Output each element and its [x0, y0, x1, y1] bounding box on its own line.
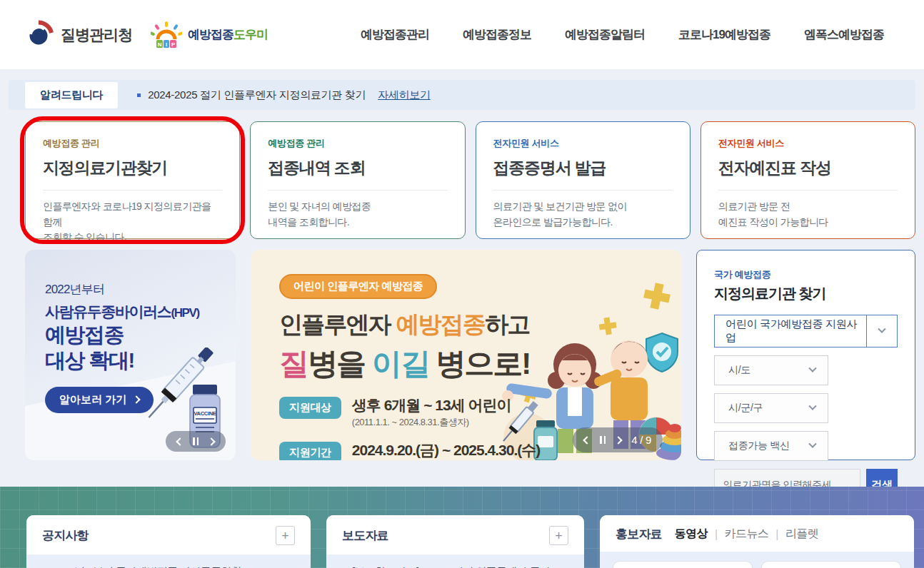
promo-item-alert-service[interactable]: 예방접종알림서비스를 [613, 561, 753, 568]
vaccine-select[interactable]: 접종가능 백신 [714, 431, 828, 461]
site-header: 질병관리청 N I P 예방접종도우미 [0, 0, 924, 69]
period-label-pill: 지원기간 [279, 442, 341, 460]
search-panel-category: 국가 예방접종 [714, 268, 898, 281]
press-board-title: 보도자료 [342, 527, 388, 544]
nip-name: 예방접종도우미 [188, 26, 268, 43]
notice-text: 2024-2025 절기 인플루엔자 지정의료기관 찾기 [148, 88, 366, 102]
flu-banner[interactable]: 어린이 인플루엔자 예방접종 인플루엔자 예방접종하고 질병을 이길 병으로! … [251, 250, 681, 460]
card-category: 전자민원 서비스 [493, 137, 673, 150]
promo-board-title: 홍보자료 [616, 526, 662, 542]
card-e-screening-form[interactable]: 전자민원 서비스 전자예진표 작성 의료기관 방문 전 예진표 작성이 가능합니… [700, 121, 915, 239]
nav-mpox-vaccination[interactable]: 엠폭스예방접종 [804, 26, 884, 43]
sido-select[interactable]: 시/도 [714, 355, 828, 385]
kdca-logo[interactable]: 질병관리청 [24, 20, 132, 49]
nav-vaccination-alerts[interactable]: 예방접종알림터 [565, 26, 645, 43]
card-title: 접종증명서 발급 [493, 157, 673, 179]
divider [493, 190, 673, 191]
nip-sun-icon: N I P [151, 20, 182, 50]
sigungu-select[interactable]: 시/군/구 [714, 393, 828, 423]
hpv-line2: 사람유두종바이러스(HPV) [45, 302, 236, 322]
nav-covid19-vaccination[interactable]: 코로나19예방접종 [678, 26, 770, 43]
notice-label: 알려드립니다 [25, 82, 118, 108]
hpv-banner[interactable]: 2022년부터 사람유두종바이러스(HPV) 예방접종 대상 확대! 알아보러 … [25, 250, 236, 460]
notice-board-more-button[interactable]: + [276, 526, 295, 545]
card-title: 지정의료기관찾기 [43, 157, 222, 179]
tab-video[interactable]: 동영상 [675, 527, 708, 542]
target-value: 생후 6개월 ~ 13세 어린이 [352, 397, 511, 414]
kdca-name: 질병관리청 [61, 25, 132, 45]
chevron-down-icon [867, 328, 897, 334]
target-sub: (2011.1.1. ~ 2024.8.31.출생자) [352, 416, 511, 429]
press-board-more-button[interactable]: + [549, 526, 568, 545]
vaccination-portal-page: 질병관리청 N I P 예방접종도우미 [0, 0, 924, 568]
chevron-down-icon [798, 405, 828, 411]
carousel-prev-icon[interactable] [176, 437, 184, 445]
card-category: 예방접종 관리 [268, 137, 447, 150]
promo-board-card: 홍보자료 동영상 | 카드뉴스 | 리플렛 예방접종알림서비스를 [시각장애인용… [600, 515, 914, 568]
flu-headline-2: 질병을 이길 병으로! [279, 344, 681, 384]
program-select[interactable]: 어린이 국가예방접종 지원사업 [714, 315, 898, 348]
bullet-icon [137, 93, 141, 97]
card-category: 전자민원 서비스 [718, 137, 898, 150]
promo-tabs: 동영상 | 카드뉴스 | 리플렛 [675, 527, 818, 542]
tab-leaflet[interactable]: 리플렛 [785, 527, 818, 542]
notice-board-title: 공지사항 [42, 527, 89, 544]
card-find-medical-institution[interactable]: 예방접종 관리 지정의료기관찾기 인플루엔자와 코로나19 지정의료기관을 함께… [25, 121, 240, 239]
nav-vaccination-info[interactable]: 예방접종정보 [463, 26, 531, 43]
quick-card-row: 예방접종 관리 지정의료기관찾기 인플루엔자와 코로나19 지정의료기관을 함께… [25, 121, 915, 239]
institution-search-panel: 국가 예방접종 지정의료기관 찾기 어린이 국가예방접종 지원사업 시/도 시/… [696, 250, 915, 460]
kdca-logo-icon [24, 20, 54, 49]
divider [268, 190, 447, 191]
carousel-next-icon[interactable] [207, 437, 215, 445]
card-title: 접종내역 조회 [268, 157, 447, 179]
card-certificate-issue[interactable]: 전자민원 서비스 접종증명서 발급 의료기관 및 보건기관 방문 없이 온라인으… [476, 121, 691, 239]
card-description: 인플루엔자와 코로나19 지정의료기관을 함께 조회할 수 있습니다. [43, 199, 222, 245]
target-label-pill: 지원대상 [279, 397, 341, 419]
nav-vaccination-management[interactable]: 예방접종관리 [361, 26, 429, 43]
notice-detail-link[interactable]: 자세히보기 [378, 88, 431, 102]
notice-bar: 알려드립니다 2024-2025 절기 인플루엔자 지정의료기관 찾기 자세히보… [9, 80, 915, 110]
press-board-card: 보도자료 + [보도참고자료] '24~'25절기 인플루엔자 국가... [326, 515, 584, 568]
chevron-down-icon [798, 367, 828, 373]
brand-area: 질병관리청 N I P 예방접종도우미 [24, 20, 268, 50]
promo-item-visually-impaired[interactable]: [시각장애인용] 어르신 [761, 561, 901, 568]
card-description: 본인 및 자녀의 예방접종 내역을 조회합니다. [268, 199, 447, 230]
card-description: 의료기관 방문 전 예진표 작성이 가능합니다 [718, 199, 898, 230]
carousel-pause-icon[interactable] [193, 437, 199, 445]
flu-period-row: 지원기간 2024.9.20.(금) ~ 2025.4.30.(수) [279, 442, 681, 460]
card-title: 전자예진표 작성 [718, 157, 898, 179]
flu-headline-1: 인플루엔자 예방접종하고 [279, 309, 681, 341]
divider: | [775, 528, 778, 541]
main-nav: 예방접종관리 예방접종정보 예방접종알림터 코로나19예방접종 엠폭스예방접종 [361, 26, 884, 43]
card-description: 의료기관 및 보건기관 방문 없이 온라인으로 발급가능합니다. [493, 199, 673, 230]
tab-cardnews[interactable]: 카드뉴스 [725, 527, 769, 542]
search-panel-title: 지정의료기관 찾기 [714, 284, 898, 303]
period-value: 2024.9.20.(금) ~ 2025.4.30.(수) [352, 442, 540, 459]
card-category: 예방접종 관리 [43, 137, 222, 150]
card-vaccination-history[interactable]: 예방접종 관리 접종내역 조회 본인 및 자녀의 예방접종 내역을 조회합니다. [250, 121, 465, 239]
banner-row: 2022년부터 사람유두종바이러스(HPV) 예방접종 대상 확대! 알아보러 … [25, 250, 915, 460]
hpv-carousel-controls [166, 431, 226, 452]
divider [43, 190, 222, 191]
chevron-down-icon [798, 443, 828, 449]
notice-board-item[interactable]: 2024년 2분기 국가예방접종 전산등록현황 [42, 565, 295, 568]
svg-text:I: I [166, 41, 167, 48]
notice-board-card: 공지사항 + 2024년 2분기 국가예방접종 전산등록현황 [26, 515, 311, 568]
flu-badge: 어린이 인플루엔자 예방접종 [279, 274, 437, 299]
press-board-item[interactable]: [보도참고자료] '24~'25절기 인플루엔자 국가... [342, 565, 568, 568]
flu-target-row: 지원대상 생후 6개월 ~ 13세 어린이 (2011.1.1. ~ 2024.… [279, 397, 681, 429]
nip-logo[interactable]: N I P 예방접종도우미 [151, 20, 268, 50]
divider [718, 190, 898, 191]
hpv-line1: 2022년부터 [45, 281, 236, 298]
svg-text:VACCINE: VACCINE [194, 410, 216, 417]
svg-text:N: N [158, 41, 162, 48]
hpv-line3: 예방접종 [45, 322, 236, 348]
board-section: 공지사항 + 2024년 2분기 국가예방접종 전산등록현황 보도자료 + [0, 487, 924, 568]
divider: | [715, 528, 718, 541]
